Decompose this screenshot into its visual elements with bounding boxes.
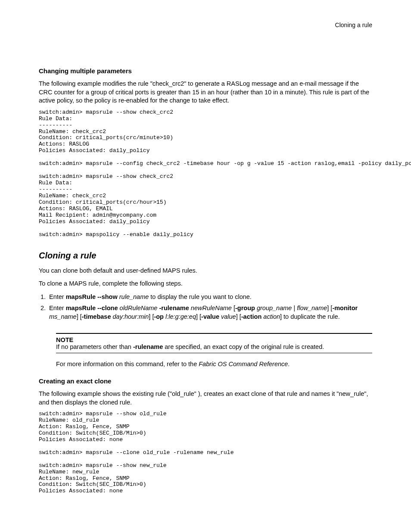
- step2-arg1: oldRuleName: [120, 305, 158, 311]
- step2-arg-newname: newRuleName: [191, 305, 232, 311]
- heading-exact-clone: Creating an exact clone: [39, 377, 372, 385]
- step2-opt-rulename: -rulename: [159, 305, 189, 311]
- running-header: Cloning a rule: [39, 22, 372, 28]
- step2-opt-value: -value: [201, 313, 219, 320]
- note-title: NOTE: [56, 336, 372, 343]
- code-block-2: switch:admin> mapsrule --show old_rule R…: [39, 411, 372, 495]
- step2-arg-timebase: day:hour:min: [113, 313, 149, 320]
- step-1: Enter mapsRule --show rule_name to displ…: [47, 292, 372, 301]
- cloning-p2: To clone a MAPS rule, complete the follo…: [39, 280, 372, 288]
- cloning-p1: You can clone both default and user-defi…: [39, 267, 372, 275]
- step2-arg-group: group_name | flow_name: [257, 305, 327, 311]
- heading-changing-multiple-params: Changing multiple parameters: [39, 67, 372, 75]
- step-2: Enter mapsRule --clone oldRuleName -rule…: [47, 304, 372, 321]
- step2-opt-monitor: -monitor: [332, 305, 358, 311]
- note-post: are specified, an exact copy of the orig…: [163, 343, 324, 350]
- step2-arg-monitor: ms_name: [49, 313, 77, 320]
- step2-opt-op: -op: [154, 313, 164, 320]
- step2-opt-action: -action: [241, 313, 262, 320]
- reference-paragraph: For more information on this command, re…: [56, 360, 372, 369]
- step2-arg-value: value: [221, 313, 236, 320]
- ref-italic: Fabric OS Command Reference: [199, 361, 288, 367]
- ref-pre: For more information on this command, re…: [56, 361, 199, 367]
- step2-opt-group: -group: [235, 305, 255, 311]
- step2-arg-action: action: [263, 313, 280, 320]
- intro-paragraph-3: The following example shows the existing…: [39, 390, 372, 407]
- step2-arg-op: l:le:g:ge:eq: [165, 313, 196, 320]
- heading-cloning-a-rule: Cloning a rule: [39, 251, 372, 261]
- note-bold: -rulename: [133, 343, 163, 350]
- intro-paragraph-1: The following example modifies the rule …: [39, 80, 372, 105]
- step2-cmd: mapsRule --clone: [66, 305, 118, 311]
- note-pre: If no parameters other than: [56, 343, 133, 350]
- step2-post: ] to duplicate the rule.: [280, 313, 340, 320]
- page-container: Cloning a rule Changing multiple paramet…: [0, 0, 411, 532]
- step2-opt-timebase: -timebase: [82, 313, 111, 320]
- steps-list: Enter mapsRule --show rule_name to displ…: [39, 292, 372, 321]
- note-box: NOTE If no parameters other than -rulena…: [56, 333, 372, 353]
- step2-pre: Enter: [49, 305, 66, 311]
- step1-pre: Enter: [49, 293, 66, 300]
- step1-arg: rule_name: [119, 293, 149, 300]
- step1-post: to display the rule you want to clone.: [149, 293, 252, 300]
- ref-post: .: [288, 361, 290, 367]
- step1-cmd: mapsRule --show: [66, 293, 118, 300]
- code-block-1: switch:admin> mapsrule --show check_crc2…: [39, 109, 372, 238]
